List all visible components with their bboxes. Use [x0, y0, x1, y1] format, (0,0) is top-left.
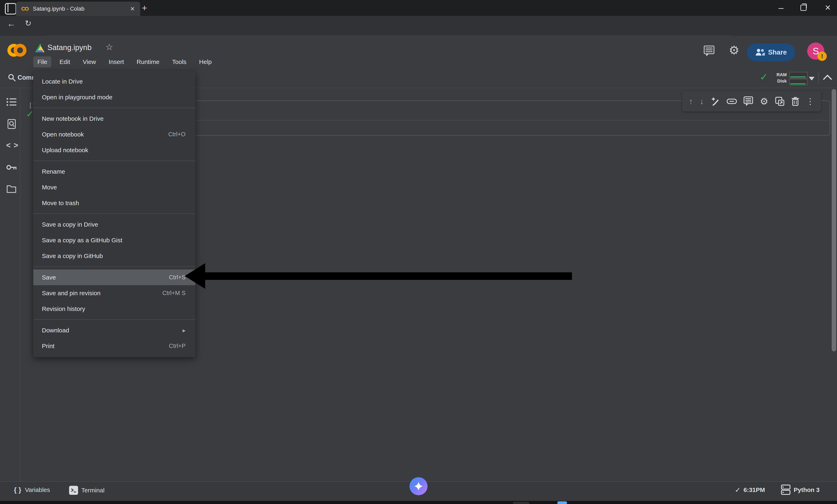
comments-icon[interactable] — [704, 46, 715, 57]
menu-item-rename[interactable]: Rename — [33, 164, 195, 179]
menu-item-label: Save a copy in Drive — [42, 221, 98, 228]
menu-item-label: Open notebook — [42, 131, 84, 138]
menu-item-label: Revision history — [42, 305, 85, 312]
menu-item-upload-notebook[interactable]: Upload notebook — [33, 142, 195, 158]
terminal-label: Terminal — [81, 487, 104, 494]
menu-insert[interactable]: Insert — [104, 56, 128, 68]
insert-link-icon[interactable] — [727, 98, 737, 104]
add-comment-icon[interactable] — [744, 96, 753, 106]
colab-menubar: File Edit View Insert Runtime Tools Help — [33, 56, 216, 68]
notebook-title[interactable]: Satang.ipynb — [48, 43, 92, 52]
search-icon[interactable] — [8, 74, 16, 82]
toolbar-divider-2 — [818, 72, 819, 84]
scrollbar-thumb[interactable] — [832, 89, 836, 352]
ram-label: RAM — [774, 72, 787, 78]
connected-check-icon: ✓ — [760, 71, 768, 83]
window-restore-button[interactable] — [795, 0, 812, 16]
new-tab-button[interactable]: + — [142, 3, 147, 13]
last-saved-status: ✓ 6:31PM — [735, 486, 765, 494]
ram-meter — [789, 72, 807, 78]
tab-close-icon[interactable]: ✕ — [130, 5, 135, 12]
menu-item-label: Upload notebook — [42, 147, 88, 154]
move-cell-up-icon[interactable]: ↑ — [689, 97, 693, 106]
braces-icon: { } — [14, 486, 21, 494]
saved-check-icon: ✓ — [735, 486, 741, 494]
menu-item-save[interactable]: Save Ctrl+S — [33, 269, 195, 285]
gemini-button[interactable] — [410, 477, 427, 495]
ai-edit-icon[interactable] — [711, 97, 720, 106]
menu-tools[interactable]: Tools — [167, 56, 191, 68]
menu-item-save-copy-github[interactable]: Save a copy in GitHub — [33, 248, 195, 264]
menu-item-shortcut: Ctrl+O — [168, 131, 185, 138]
menu-item-shortcut: Ctrl+P — [169, 343, 185, 349]
disk-label: Disk — [774, 78, 787, 84]
kernel-selector[interactable]: Python 3 — [781, 485, 820, 495]
menu-item-revision-history[interactable]: Revision history — [33, 301, 195, 317]
menu-item-save-copy-drive[interactable]: Save a copy in Drive — [33, 217, 195, 232]
menu-item-save-copy-gist[interactable]: Save a copy as a GitHub Gist — [33, 232, 195, 248]
menu-item-shortcut: Ctrl+M S — [162, 290, 185, 296]
menu-file[interactable]: File — [33, 56, 51, 68]
menu-item-label: Download — [42, 327, 69, 334]
kernel-stack-icon — [781, 485, 790, 495]
cell-settings-icon[interactable]: ⚙ — [760, 96, 768, 107]
star-notebook-icon[interactable]: ☆ — [105, 42, 113, 52]
menu-runtime[interactable]: Runtime — [132, 56, 164, 68]
menu-view[interactable]: View — [78, 56, 100, 68]
menu-item-print[interactable]: Print Ctrl+P — [33, 338, 195, 354]
kernel-label: Python 3 — [794, 486, 820, 493]
secrets-key-icon[interactable] — [6, 164, 17, 171]
menu-edit[interactable]: Edit — [55, 56, 75, 68]
settings-gear-icon[interactable]: ⚙ — [729, 43, 739, 57]
delete-cell-icon[interactable] — [791, 97, 799, 106]
menu-item-save-pin-revision[interactable]: Save and pin revision Ctrl+M S — [33, 285, 195, 301]
tab-actions-icon[interactable] — [5, 3, 16, 15]
resources-dropdown-icon[interactable] — [809, 77, 815, 80]
move-cell-down-icon[interactable]: ↓ — [700, 97, 704, 106]
menu-item-label: Rename — [42, 168, 65, 175]
window-close-button[interactable]: ✕ — [819, 0, 837, 16]
menu-item-open-notebook[interactable]: Open notebook Ctrl+O — [33, 126, 195, 142]
menu-item-new-notebook[interactable]: New notebook in Drive — [33, 111, 195, 126]
cell-toolbar: ↑ ↓ ⚙ ⋮ — [682, 91, 821, 111]
menu-item-move-to-trash[interactable]: Move to trash — [33, 195, 195, 211]
share-button[interactable]: Share — [747, 43, 795, 61]
tab-title: Satang.ipynb - Colab — [33, 6, 84, 12]
menu-help[interactable]: Help — [195, 56, 216, 68]
back-icon[interactable]: ← — [7, 19, 16, 29]
browser-tab-strip: CO Satang.ipynb - Colab ✕ + – ✕ — [0, 0, 837, 16]
ram-disk-labels: RAM Disk — [774, 72, 787, 84]
menu-item-label: Move — [42, 184, 57, 191]
menu-item-open-playground[interactable]: Open in playground mode — [33, 89, 195, 105]
drive-icon — [35, 44, 44, 53]
cell-success-check-icon: ✓ — [26, 109, 34, 119]
window-minimize-button[interactable]: – — [773, 0, 789, 16]
variables-button[interactable]: { } Variables — [14, 486, 50, 494]
taskbar-item — [513, 502, 529, 504]
resource-meters[interactable] — [789, 72, 807, 86]
mirror-cell-icon[interactable] — [775, 97, 784, 106]
terminal-button[interactable]: Terminal — [69, 486, 104, 495]
find-and-replace-icon[interactable] — [7, 119, 16, 129]
menu-item-label: Move to trash — [42, 200, 79, 206]
more-actions-icon[interactable]: ⋮ — [806, 97, 814, 106]
menu-item-download[interactable]: Download ▸ — [33, 322, 195, 338]
share-people-icon — [755, 48, 765, 56]
table-of-contents-icon[interactable] — [6, 98, 16, 106]
saved-time: 6:31PM — [744, 486, 765, 493]
share-label: Share — [768, 49, 787, 56]
menu-separator — [33, 319, 195, 320]
restore-icon — [800, 5, 806, 11]
menu-item-move[interactable]: Move — [33, 179, 195, 195]
menu-item-locate-in-drive[interactable]: Locate in Drive — [33, 74, 195, 89]
menu-separator — [33, 108, 195, 108]
code-snippets-icon[interactable]: < > — [6, 141, 19, 150]
menu-separator — [33, 214, 195, 214]
sidebar-divider — [20, 88, 20, 481]
browser-toolbar: ← ↻ https://colab.research.google.com/dr… — [0, 16, 837, 36]
files-folder-icon[interactable] — [6, 185, 16, 193]
browser-tab[interactable]: CO Satang.ipynb - Colab ✕ — [16, 2, 140, 16]
menu-item-label: Save — [42, 274, 56, 281]
account-warning-badge: ! — [817, 52, 827, 61]
refresh-icon[interactable]: ↻ — [25, 19, 32, 28]
